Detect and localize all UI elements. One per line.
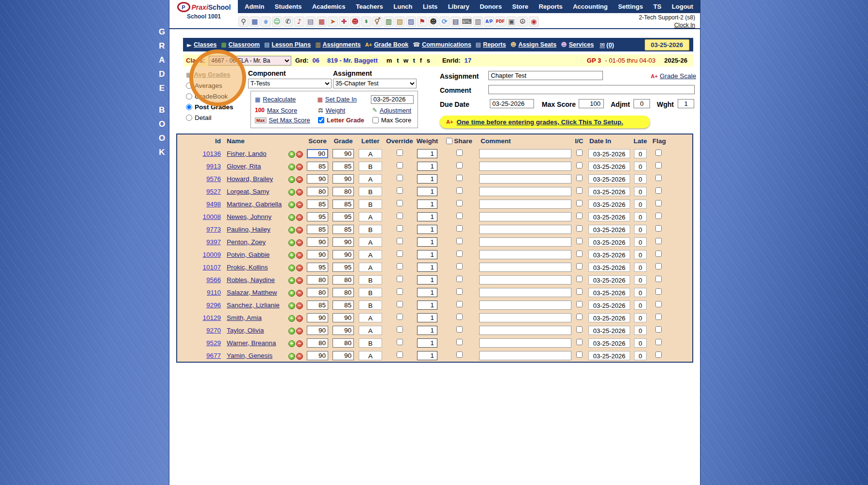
ic-checkbox[interactable] [576, 238, 583, 244]
ic-checkbox[interactable] [576, 276, 583, 282]
increment-score-icon[interactable]: + [288, 151, 295, 158]
date-in-input[interactable] [371, 95, 414, 104]
flag-checkbox[interactable] [655, 326, 662, 333]
weight-input[interactable] [417, 263, 437, 272]
grade-input[interactable] [333, 200, 354, 209]
row-comment-input[interactable] [479, 275, 571, 284]
row-comment-input[interactable] [479, 200, 571, 209]
report-icon[interactable]: ▤ [451, 17, 461, 27]
flag-checkbox[interactable] [655, 187, 662, 194]
student-id-link[interactable]: 9296 [206, 301, 221, 309]
email-at-icon[interactable]: @ [261, 17, 271, 27]
view-option-gradebook[interactable]: GradeBook [186, 93, 250, 100]
ic-checkbox[interactable] [576, 175, 583, 181]
share-checkbox[interactable] [456, 200, 463, 206]
share-checkbox[interactable] [456, 351, 463, 358]
decrement-score-icon[interactable]: − [296, 328, 303, 334]
student-name-link[interactable]: Lorgeat, Samy [227, 188, 269, 195]
score-input[interactable] [307, 263, 328, 272]
increment-score-icon[interactable]: + [288, 328, 295, 334]
increment-score-icon[interactable]: + [288, 176, 295, 183]
student-name-link[interactable]: Newes, Johnny [227, 213, 271, 220]
score-input[interactable] [307, 225, 328, 234]
decrement-score-icon[interactable]: − [296, 151, 303, 158]
print-icon[interactable]: ▣ [506, 17, 517, 27]
ic-checkbox[interactable] [576, 339, 583, 345]
override-checkbox[interactable] [397, 276, 403, 282]
student-name-link[interactable]: Warner, Breanna [227, 339, 276, 347]
student-id-link[interactable]: 10008 [202, 213, 221, 220]
ic-checkbox[interactable] [576, 187, 583, 194]
row-comment-input[interactable] [479, 250, 571, 259]
view-option-post-grades[interactable]: Post Grades [186, 103, 250, 111]
row-comment-input[interactable] [479, 338, 571, 348]
letter-grade-checkbox[interactable] [318, 117, 324, 123]
payment-icon[interactable]: $ [361, 17, 371, 27]
row-comment-input[interactable] [479, 187, 571, 196]
share-checkbox[interactable] [456, 301, 463, 307]
student-name-link[interactable]: Potvin, Gabbie [227, 251, 270, 258]
assignment-comment-input[interactable] [488, 85, 695, 94]
weight-input[interactable] [417, 301, 437, 310]
keyboard-icon[interactable]: ⌨ [462, 17, 472, 27]
student-id-link[interactable]: 9110 [207, 289, 221, 296]
increment-score-icon[interactable]: + [288, 189, 295, 196]
score-input[interactable] [307, 250, 328, 259]
module-nav-services[interactable]: ☻Services [561, 41, 594, 48]
weight-input[interactable] [417, 200, 437, 209]
weight-input[interactable] [417, 250, 437, 259]
calendar-icon[interactable]: ▦ [317, 17, 327, 27]
search-icon[interactable]: ⚲ [238, 17, 249, 27]
ic-checkbox[interactable] [576, 225, 583, 232]
row-comment-input[interactable] [479, 288, 571, 297]
grid-icon[interactable]: ▦ [250, 17, 260, 27]
override-checkbox[interactable] [397, 213, 403, 219]
increment-score-icon[interactable]: + [288, 214, 295, 221]
row-comment-input[interactable] [479, 313, 571, 322]
max-score-link[interactable]: Max Score [267, 107, 297, 114]
grade-scale-setup-notice[interactable]: A+ One time before entering grades, Clic… [440, 116, 650, 128]
student-name-link[interactable]: Yamin, Genesis [227, 352, 272, 359]
decrement-score-icon[interactable]: − [296, 239, 303, 246]
score-input[interactable] [307, 301, 328, 310]
score-input[interactable] [307, 162, 328, 171]
radio-post-grades[interactable] [186, 104, 192, 110]
decrement-score-icon[interactable]: − [296, 164, 303, 170]
recalculate-link[interactable]: Recalculate [263, 96, 296, 103]
score-input[interactable] [307, 174, 328, 184]
door-icon[interactable]: ⚑ [417, 17, 427, 27]
share-checkbox[interactable] [456, 225, 463, 232]
override-checkbox[interactable] [397, 200, 403, 206]
share-checkbox[interactable] [456, 276, 463, 282]
increment-score-icon[interactable]: + [288, 201, 295, 208]
module-nav-classroom[interactable]: ▦Classroom [221, 41, 260, 48]
ic-checkbox[interactable] [576, 351, 583, 358]
weight-input[interactable] [417, 149, 437, 158]
decrement-score-icon[interactable]: − [296, 353, 303, 360]
flag-checkbox[interactable] [655, 162, 662, 168]
override-checkbox[interactable] [397, 162, 403, 168]
module-nav-classes[interactable]: ►Classes [187, 41, 217, 49]
flag-checkbox[interactable] [655, 200, 662, 206]
max-score-input[interactable] [579, 99, 604, 108]
share-checkbox[interactable] [456, 263, 463, 269]
score-input[interactable] [307, 149, 328, 158]
money-icon[interactable]: ▥ [384, 17, 394, 27]
share-checkbox[interactable] [456, 339, 463, 345]
score-input[interactable] [307, 351, 328, 360]
score-input[interactable] [307, 338, 328, 348]
student-id-link[interactable]: 9498 [206, 201, 221, 208]
adjmt-input[interactable] [634, 99, 650, 108]
student-id-link[interactable]: 9773 [206, 226, 221, 233]
student-name-link[interactable]: Sanchez, Lizlianie [227, 301, 280, 309]
flag-checkbox[interactable] [655, 276, 662, 282]
increment-score-icon[interactable]: + [288, 252, 295, 259]
override-checkbox[interactable] [397, 150, 403, 156]
flag-checkbox[interactable] [655, 175, 662, 181]
class-select[interactable]: 4667 - 06 ELA - Mr. Ba [209, 56, 291, 66]
row-comment-input[interactable] [479, 237, 571, 247]
flag-checkbox[interactable] [655, 263, 662, 269]
weight-input[interactable] [417, 237, 437, 247]
student-name-link[interactable]: Salazar, Matthew [227, 289, 277, 296]
avg-grades-link[interactable]: ▦ Avg Grades [186, 71, 250, 78]
